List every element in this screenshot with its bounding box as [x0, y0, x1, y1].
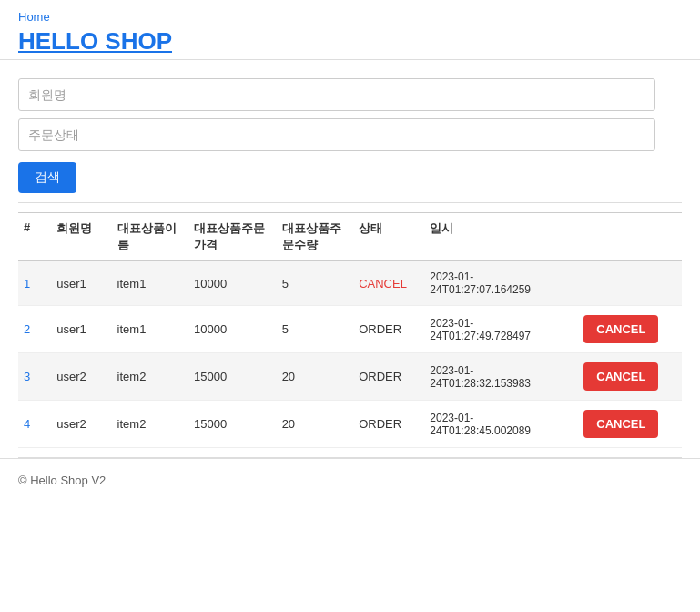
cell-member: user2 — [51, 401, 111, 448]
cell-item-name: item1 — [112, 306, 188, 353]
cell-id: 2 — [18, 306, 51, 353]
cell-price: 15000 — [188, 401, 277, 448]
cell-datetime: 2023-01-24T01:28:32.153983 — [424, 353, 578, 401]
cell-price: 10000 — [188, 306, 277, 353]
cell-status: ORDER — [353, 306, 424, 353]
home-link[interactable]: Home — [18, 10, 50, 24]
footer: © Hello Shop V2 — [0, 458, 700, 502]
search-button[interactable]: 검색 — [18, 162, 76, 193]
cell-status: CANCEL — [353, 261, 424, 306]
col-header-qty: 대표상품주문수량 — [277, 213, 353, 261]
cell-price: 15000 — [188, 353, 277, 401]
cell-action — [578, 261, 682, 306]
col-header-item-name: 대표상품이름 — [112, 213, 188, 261]
col-header-datetime: 일시 — [424, 213, 578, 261]
table-row: 3 user2 item2 15000 20 ORDER 2023-01-24T… — [18, 353, 682, 401]
breadcrumb: Home — [18, 9, 682, 24]
cell-status: ORDER — [353, 401, 424, 448]
col-header-price: 대표상품주문가격 — [188, 213, 277, 261]
col-header-action — [578, 213, 682, 261]
cell-item-name: item2 — [112, 353, 188, 401]
cancel-button[interactable]: CANCEL — [583, 410, 658, 438]
cell-id: 1 — [18, 261, 51, 306]
cell-member: user1 — [51, 306, 111, 353]
cell-id: 4 — [18, 401, 51, 448]
col-header-member: 회원명 — [51, 213, 111, 261]
member-search-input[interactable] — [18, 78, 655, 111]
top-bar: Home HELLO SHOP — [0, 0, 700, 60]
orders-table: # 회원명 대표상품이름 대표상품주문가격 대표상품주문수량 상태 일시 — [18, 212, 682, 448]
cell-price: 10000 — [188, 261, 277, 306]
table-row: 4 user2 item2 15000 20 ORDER 2023-01-24T… — [18, 401, 682, 448]
cell-id: 3 — [18, 353, 51, 401]
cancel-button[interactable]: CANCEL — [583, 362, 658, 391]
cell-action[interactable]: CANCEL — [578, 306, 682, 353]
col-header-status: 상태 — [353, 213, 424, 261]
cell-item-name: item1 — [112, 261, 188, 306]
table-row: 2 user1 item1 10000 5 ORDER 2023-01-24T0… — [18, 306, 682, 353]
cell-datetime: 2023-01-24T01:28:45.002089 — [424, 401, 578, 448]
cell-status: ORDER — [353, 353, 424, 401]
cell-qty: 20 — [277, 401, 353, 448]
table-section: # 회원명 대표상품이름 대표상품주문가격 대표상품주문수량 상태 일시 — [0, 203, 700, 457]
cell-member: user1 — [51, 261, 111, 306]
cell-member: user2 — [51, 353, 111, 401]
table-row: 1 user1 item1 10000 5 CANCEL 2023-01-24T… — [18, 261, 682, 306]
status-search-input[interactable] — [18, 118, 655, 151]
cell-datetime: 2023-01-24T01:27:49.728497 — [424, 306, 578, 353]
table-header-row: # 회원명 대표상품이름 대표상품주문가격 대표상품주문수량 상태 일시 — [18, 213, 682, 261]
cell-action[interactable]: CANCEL — [578, 353, 682, 401]
cell-action[interactable]: CANCEL — [578, 401, 682, 448]
cell-datetime: 2023-01-24T01:27:07.164259 — [424, 261, 578, 306]
cell-item-name: item2 — [112, 401, 188, 448]
shop-title[interactable]: HELLO SHOP — [18, 27, 682, 56]
cell-qty: 5 — [277, 261, 353, 306]
col-header-hash: # — [18, 213, 51, 261]
search-section: 검색 — [0, 60, 700, 202]
footer-text: © Hello Shop V2 — [18, 474, 106, 487]
cancel-button[interactable]: CANCEL — [583, 315, 658, 343]
cell-qty: 5 — [277, 306, 353, 353]
cell-qty: 20 — [277, 353, 353, 401]
